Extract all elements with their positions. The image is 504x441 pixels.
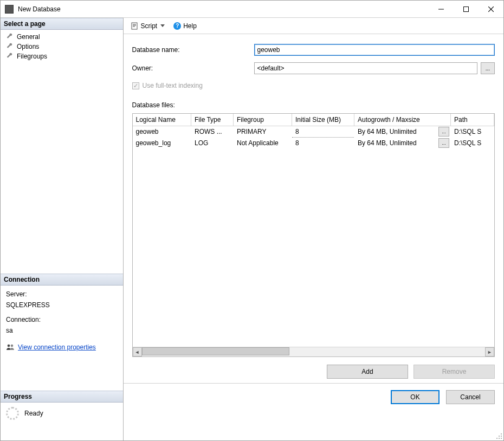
page-item-general[interactable]: General [1, 32, 123, 42]
chevron-down-icon [160, 24, 165, 27]
remove-button: Remove [413, 365, 495, 379]
cell-logical-name[interactable]: geoweb [133, 126, 191, 138]
connection-value: sa [6, 325, 118, 336]
close-button[interactable] [479, 1, 503, 17]
add-button[interactable]: Add [327, 365, 408, 379]
cell-file-type[interactable]: LOG [191, 138, 234, 149]
window-title: New Database [18, 5, 61, 13]
server-label: Server: [6, 289, 118, 300]
left-pane: Select a page General Options [1, 18, 124, 440]
connection-header: Connection [1, 274, 123, 286]
connection-panel: Server: SQLEXPRESS Connection: sa View c… [1, 286, 123, 358]
help-button[interactable]: ? Help [170, 21, 200, 31]
wrench-icon [6, 53, 14, 60]
table-row[interactable]: geoweb ROWS ... PRIMARY 8 By 64 MB, Unli… [133, 126, 494, 138]
connection-label: Connection: [6, 314, 118, 325]
cell-autogrowth[interactable]: By 64 MB, Unlimited ... [354, 138, 451, 149]
ok-button[interactable]: OK [391, 390, 440, 404]
svg-point-13 [496, 438, 497, 439]
fulltext-checkbox-row: ✓ Use full-text indexing [132, 81, 495, 92]
fulltext-checkbox: ✓ [132, 82, 139, 89]
dbname-label: Database name: [132, 46, 254, 54]
progress-panel: Ready [1, 403, 123, 424]
help-icon: ? [173, 22, 181, 30]
script-label: Script [141, 22, 158, 30]
page-item-filegroups[interactable]: Filegroups [1, 51, 123, 61]
autogrowth-browse-button[interactable]: ... [438, 127, 449, 137]
col-file-type[interactable]: File Type [191, 114, 234, 126]
scroll-left-button[interactable]: ◄ [133, 347, 142, 356]
dialog-footer: OK Cancel [124, 383, 504, 411]
col-initial-size[interactable]: Initial Size (MB) [292, 114, 354, 126]
titlebar: New Database [1, 1, 503, 18]
maximize-button[interactable] [454, 1, 479, 17]
fulltext-label: Use full-text indexing [143, 82, 203, 89]
page-item-options[interactable]: Options [1, 42, 123, 51]
autogrowth-browse-button[interactable]: ... [438, 138, 449, 148]
svg-point-14 [499, 438, 500, 439]
owner-label: Owner: [132, 64, 254, 72]
col-autogrowth[interactable]: Autogrowth / Maxsize [354, 114, 451, 126]
grid-header-row: Logical Name File Type Filegroup Initial… [133, 114, 494, 126]
pages-header: Select a page [1, 18, 123, 30]
progress-header: Progress [1, 391, 123, 403]
help-label: Help [183, 22, 197, 30]
server-value: SQLEXPRESS [6, 300, 118, 310]
owner-browse-button[interactable]: ... [481, 62, 495, 74]
svg-point-11 [499, 436, 500, 437]
database-files-label: Database files: [132, 101, 495, 109]
cell-file-type[interactable]: ROWS ... [191, 126, 234, 138]
col-logical-name[interactable]: Logical Name [133, 114, 191, 126]
cell-autogrowth[interactable]: By 64 MB, Unlimited ... [354, 126, 451, 138]
spinner-icon [6, 407, 19, 420]
svg-rect-6 [132, 23, 137, 29]
database-files-grid[interactable]: Logical Name File Type Filegroup Initial… [132, 113, 495, 357]
cancel-button[interactable]: Cancel [446, 390, 495, 404]
wrench-icon [6, 43, 14, 50]
right-pane: Script ? Help Database name: Owner: [124, 18, 504, 440]
horizontal-scrollbar[interactable]: ◄ ► [133, 347, 495, 356]
svg-point-5 [11, 344, 14, 347]
database-icon [5, 5, 14, 14]
owner-input[interactable] [254, 62, 477, 74]
view-connection-properties-link[interactable]: View connection properties [18, 342, 96, 353]
grid-button-row: Add Remove [124, 357, 504, 383]
col-path[interactable]: Path [451, 114, 494, 126]
table-row[interactable]: geoweb_log LOG Not Applicable 8 By 64 MB… [133, 138, 494, 149]
minimize-button[interactable] [429, 1, 454, 17]
svg-point-4 [8, 344, 10, 347]
cell-filegroup[interactable]: Not Applicable [234, 138, 292, 149]
progress-status: Ready [24, 410, 43, 417]
window-controls [429, 1, 503, 17]
cell-initial-size[interactable]: 8 [292, 138, 354, 149]
svg-point-12 [501, 436, 502, 437]
cell-logical-name[interactable]: geoweb_log [133, 138, 191, 149]
scroll-thumb[interactable] [142, 347, 289, 355]
people-icon [6, 343, 15, 352]
toolbar: Script ? Help [124, 18, 504, 34]
form-area: Database name: Owner: ... ✓ Use full-tex… [124, 34, 504, 113]
svg-rect-1 [464, 7, 469, 11]
page-item-label: Options [17, 43, 39, 50]
resize-grip[interactable] [496, 433, 502, 439]
wrench-icon [6, 33, 14, 41]
script-icon [131, 22, 139, 30]
scroll-right-button[interactable]: ► [485, 347, 494, 356]
cell-path[interactable]: D:\SQL S [451, 126, 494, 138]
page-item-label: Filegroups [17, 53, 47, 60]
script-button[interactable]: Script [128, 21, 169, 31]
dialog-window: New Database Select a page General [0, 0, 504, 441]
svg-point-15 [501, 438, 502, 439]
cell-initial-size[interactable]: 8 [292, 126, 354, 138]
col-filegroup[interactable]: Filegroup [234, 114, 292, 126]
database-name-input[interactable] [254, 44, 495, 56]
cell-filegroup[interactable]: PRIMARY [234, 126, 292, 138]
svg-point-10 [501, 433, 502, 434]
cell-path[interactable]: D:\SQL S [451, 138, 494, 149]
page-list: General Options Filegroups [1, 30, 123, 63]
page-item-label: General [17, 33, 40, 41]
scroll-track[interactable] [142, 347, 486, 356]
